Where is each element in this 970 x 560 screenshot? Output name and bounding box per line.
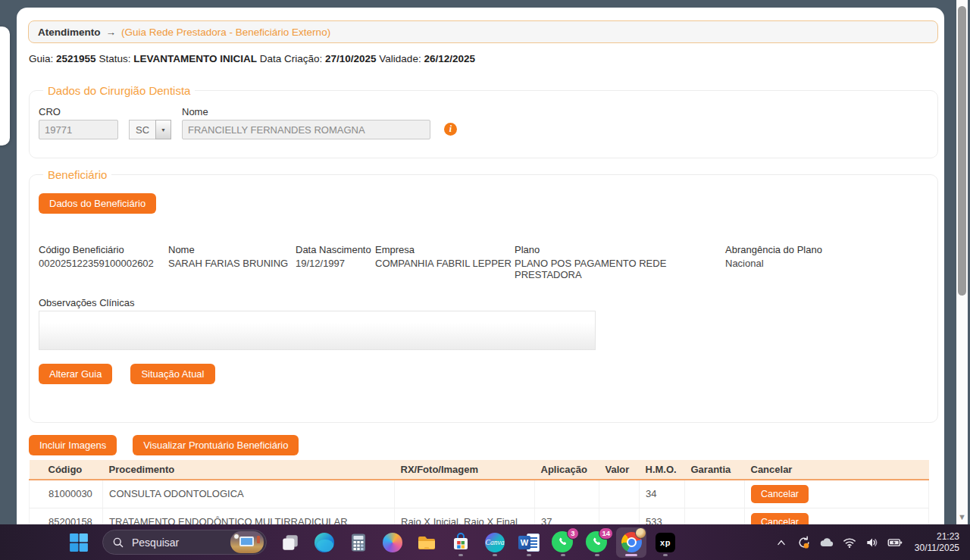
cro-field[interactable] xyxy=(39,120,118,139)
taskbar: Pesquisar xyxy=(0,524,970,560)
beneficiary-details-button[interactable]: Dados do Beneficiário xyxy=(39,193,156,214)
task-view-icon xyxy=(280,533,300,552)
dentist-name-field[interactable] xyxy=(182,120,430,139)
chevron-up-icon xyxy=(775,537,787,549)
cell-garantia xyxy=(685,480,745,508)
clinical-notes-label: Observações Clínicas xyxy=(39,297,928,308)
microsoft-store-button[interactable] xyxy=(446,527,476,558)
chevron-down-icon: ▼ xyxy=(161,127,166,133)
running-indicator xyxy=(527,554,531,556)
breadcrumb-arrow-icon: → xyxy=(106,27,117,38)
birthdate-label: Data Nascimento xyxy=(296,244,375,255)
file-explorer-icon xyxy=(417,533,436,552)
view-record-button[interactable]: Visualizar Prontuário Beneficiário xyxy=(133,435,299,455)
status-value: LEVANTAMENTO INICIAL xyxy=(133,53,257,64)
guide-summary: Guia: 2521955 Status: LEVANTAMENTO INICI… xyxy=(29,53,938,64)
table-row: 85200158 TRATAMENTO ENDODÔNTICO MULTIRRA… xyxy=(30,508,929,524)
info-icon[interactable]: i xyxy=(444,123,457,136)
profile-avatar xyxy=(635,527,646,539)
col-procedimento: Procedimento xyxy=(103,460,395,480)
search-input[interactable]: Pesquisar xyxy=(132,537,230,549)
status-label: Status: xyxy=(99,53,130,64)
col-codigo: Código xyxy=(30,460,103,480)
cell-garantia xyxy=(685,508,745,524)
col-valor: Valor xyxy=(599,460,640,480)
scrollbar-thumb[interactable] xyxy=(958,6,966,296)
word-button[interactable]: W xyxy=(514,527,544,558)
xp-app-button[interactable]: xp xyxy=(650,527,681,558)
notification-badge: 3 xyxy=(567,527,579,540)
onedrive-button[interactable] xyxy=(816,527,837,558)
xp-icon: xp xyxy=(656,533,675,552)
cell-rx xyxy=(395,480,535,508)
uf-select[interactable]: SC ▼ xyxy=(129,120,171,139)
creation-date-value: 27/10/2025 xyxy=(325,53,377,64)
coverage-value: Nacional xyxy=(725,258,822,269)
page-scrollbar[interactable]: ▼ xyxy=(956,0,968,524)
clock-date: 30/11/2025 xyxy=(915,543,959,554)
beneficiary-fields: Código Beneficiário 00202512235910000260… xyxy=(39,244,928,280)
col-aplicacao: Aplicação xyxy=(535,460,599,480)
alter-guide-button[interactable]: Alterar Guia xyxy=(39,364,112,384)
edge-button[interactable] xyxy=(309,527,340,558)
search-icon xyxy=(112,537,124,549)
search-highlight-image[interactable] xyxy=(230,531,264,553)
procedures-table: Código Procedimento RX/Foto/Imagem Aplic… xyxy=(29,460,929,524)
clinical-notes-textarea[interactable] xyxy=(39,311,596,350)
network-button[interactable] xyxy=(839,527,860,558)
word-icon: W xyxy=(518,533,540,552)
app-page: Atendimento → (Guia Rede Prestadora - Be… xyxy=(17,8,944,524)
cell-procedimento: TRATAMENTO ENDODÔNTICO MULTIRRADICULAR xyxy=(103,508,395,524)
current-status-button[interactable]: Situação Atual xyxy=(130,364,214,384)
beneficiary-code-label: Código Beneficiário xyxy=(39,244,168,255)
file-explorer-button[interactable] xyxy=(411,527,442,558)
whatsapp-button-2[interactable]: 14 xyxy=(582,527,612,558)
running-indicator xyxy=(595,554,599,556)
cloud-icon xyxy=(818,534,835,551)
include-images-button[interactable]: Incluir Imagens xyxy=(29,435,117,455)
birthdate-value: 19/12/1997 xyxy=(296,258,375,269)
cro-label: CRO xyxy=(39,106,118,117)
scroll-down-icon[interactable]: ▼ xyxy=(956,513,968,521)
dentist-section-title: Dados do Cirurgião Dentista xyxy=(43,84,195,97)
cancel-row-button[interactable]: Cancelar xyxy=(751,485,809,503)
canva-label: Canva xyxy=(486,539,505,546)
start-button[interactable] xyxy=(64,527,94,558)
xp-label: xp xyxy=(660,538,671,547)
running-indicator xyxy=(493,554,497,556)
copilot-button[interactable] xyxy=(377,527,408,558)
validity-value: 26/12/2025 xyxy=(424,53,475,64)
clock[interactable]: 21:23 30/11/2025 xyxy=(915,531,959,554)
uf-dropdown-button[interactable]: ▼ xyxy=(155,120,171,139)
validity-label: Validade: xyxy=(379,53,421,64)
canva-button[interactable]: Canva xyxy=(480,527,510,558)
beneficiary-code-value: 002025122359100002602 xyxy=(39,258,168,269)
update-sync-button[interactable] xyxy=(793,527,815,558)
whatsapp-button-1[interactable]: 3 xyxy=(548,527,578,558)
search-box[interactable]: Pesquisar xyxy=(102,530,267,555)
microsoft-store-icon xyxy=(451,533,471,552)
running-indicator xyxy=(663,554,668,556)
calculator-icon xyxy=(349,533,368,552)
canva-icon: Canva xyxy=(485,533,505,552)
chrome-button[interactable] xyxy=(616,527,646,558)
notification-badge: 14 xyxy=(599,527,613,540)
running-indicator xyxy=(561,554,565,556)
beneficiary-name-label: Nome xyxy=(168,244,296,255)
tray-overflow-button[interactable] xyxy=(771,527,792,558)
cancel-row-button[interactable]: Cancelar xyxy=(751,513,809,525)
coverage-label: Abrangência do Plano xyxy=(725,244,822,255)
cell-procedimento: CONSULTA ODONTOLOGICA xyxy=(103,480,395,508)
task-view-button[interactable] xyxy=(275,527,305,558)
guide-label: Guia: xyxy=(29,53,53,64)
creation-date-label: Data Criação: xyxy=(260,53,323,64)
volume-button[interactable] xyxy=(862,527,883,558)
dentist-section: Dados do Cirurgião Dentista CRO SC ▼ Nom… xyxy=(29,84,938,158)
battery-button[interactable] xyxy=(884,527,906,558)
cell-hmo: 533 xyxy=(640,508,685,524)
uf-value[interactable]: SC xyxy=(129,120,155,139)
breadcrumb: Atendimento → (Guia Rede Prestadora - Be… xyxy=(28,20,938,43)
calculator-button[interactable] xyxy=(343,527,374,558)
table-row: 81000030 CONSULTA ODONTOLOGICA 34 Cancel… xyxy=(30,480,929,508)
col-hmo: H.M.O. xyxy=(640,460,685,480)
